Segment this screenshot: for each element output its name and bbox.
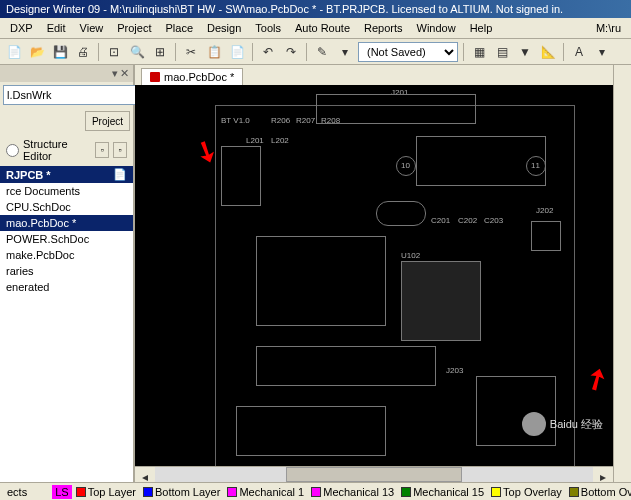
grid-icon[interactable]: ▦ xyxy=(469,42,489,62)
layer-mech13[interactable]: Mechanical 13 xyxy=(308,485,397,499)
dropdown-icon[interactable]: ▾ xyxy=(335,42,355,62)
comp-oval xyxy=(376,201,426,226)
menu-place[interactable]: Place xyxy=(160,20,200,36)
text-icon[interactable]: A xyxy=(569,42,589,62)
menu-dxp[interactable]: DXP xyxy=(4,20,39,36)
des-r208: R208 xyxy=(321,116,340,125)
des-l202: L202 xyxy=(271,136,289,145)
des-j203: J203 xyxy=(446,366,463,375)
layer-sw-bottomoverlay xyxy=(569,487,579,497)
menu-design[interactable]: Design xyxy=(201,20,247,36)
pin-icon[interactable]: ▾ xyxy=(112,67,118,80)
comp-left-block xyxy=(221,146,261,206)
pcb-canvas[interactable]: ➘ ➚ BT V1.0 J201 10 11 R206 R207 R208 L2… xyxy=(135,85,613,466)
layer-topoverlay[interactable]: Top Overlay xyxy=(488,485,565,499)
print-icon[interactable]: 🖨 xyxy=(73,42,93,62)
tree-mao-pcbdoc[interactable]: mao.PcbDoc * xyxy=(0,215,133,231)
layer-bottomoverlay[interactable]: Bottom Overlay xyxy=(566,485,631,499)
redo-icon[interactable]: ↷ xyxy=(281,42,301,62)
comp-cap-10: 10 xyxy=(396,156,416,176)
layer-mech15-label: Mechanical 15 xyxy=(413,486,484,498)
tree-opt1-icon[interactable]: ▫ xyxy=(95,142,109,158)
saved-select[interactable]: (Not Saved) xyxy=(358,42,458,62)
more-icon[interactable]: ▾ xyxy=(592,42,612,62)
des-r206: R206 xyxy=(271,116,290,125)
menu-tools[interactable]: Tools xyxy=(249,20,287,36)
menu-help[interactable]: Help xyxy=(464,20,499,36)
layer-mech15[interactable]: Mechanical 15 xyxy=(398,485,487,499)
menu-project[interactable]: Project xyxy=(111,20,157,36)
menu-edit[interactable]: Edit xyxy=(41,20,72,36)
des-c203: C203 xyxy=(484,216,503,225)
cut-icon[interactable]: ✂ xyxy=(181,42,201,62)
right-toolstrip[interactable] xyxy=(613,65,631,482)
projects-tab-bottom[interactable]: ects xyxy=(4,485,30,499)
layer-icon[interactable]: ▤ xyxy=(492,42,512,62)
menu-window[interactable]: Window xyxy=(411,20,462,36)
layer-bottom[interactable]: Bottom Layer xyxy=(140,485,223,499)
tree-make-pcbdoc[interactable]: make.PcbDoc xyxy=(0,247,133,263)
layer-bottom-label: Bottom Layer xyxy=(155,486,220,498)
layer-sw-topoverlay xyxy=(491,487,501,497)
des-j202: J202 xyxy=(536,206,553,215)
des-r207: R207 xyxy=(296,116,315,125)
des-10: 10 xyxy=(401,161,410,170)
menu-view[interactable]: View xyxy=(74,20,110,36)
layer-sw-mech13 xyxy=(311,487,321,497)
tree-source-docs[interactable]: rce Documents xyxy=(0,183,133,199)
tree-libraries[interactable]: raries xyxy=(0,263,133,279)
content-area: mao.PcbDoc * ➘ ➚ BT V1.0 J201 10 11 R206… xyxy=(135,65,613,482)
layer-mech1[interactable]: Mechanical 1 xyxy=(224,485,307,499)
tree-cpu-schdoc[interactable]: CPU.SchDoc xyxy=(0,199,133,215)
tree-power-schdoc[interactable]: POWER.SchDoc xyxy=(0,231,133,247)
layer-top-label: Top Layer xyxy=(88,486,136,498)
layer-top[interactable]: Top Layer xyxy=(73,485,139,499)
status-bar: ects LS Top Layer Bottom Layer Mechanica… xyxy=(0,482,631,500)
comp-cap-11: 11 xyxy=(526,156,546,176)
zoom-area-icon[interactable]: 🔍 xyxy=(127,42,147,62)
measure-icon[interactable]: 📐 xyxy=(538,42,558,62)
doc-icon: 📄 xyxy=(113,168,127,181)
new-icon[interactable]: 📄 xyxy=(4,42,24,62)
board-rev-text: BT V1.0 xyxy=(221,116,250,125)
tree-generated[interactable]: enerated xyxy=(0,279,133,295)
scroll-left-icon[interactable]: ◂ xyxy=(135,467,155,482)
title-bar: Designer Winter 09 - M:\ruilinqiushi\BT … xyxy=(0,0,631,18)
open-icon[interactable]: 📂 xyxy=(27,42,47,62)
structure-editor-label: Structure Editor xyxy=(23,138,87,162)
menu-path: M:\ru xyxy=(590,20,627,36)
project-tree[interactable]: rce Documents CPU.SchDoc mao.PcbDoc * PO… xyxy=(0,183,133,482)
des-c201: C201 xyxy=(431,216,450,225)
ls-tag[interactable]: LS xyxy=(52,485,71,499)
horizontal-scrollbar[interactable]: ◂ ▸ xyxy=(135,466,613,482)
layer-mech1-label: Mechanical 1 xyxy=(239,486,304,498)
comp-bl-block xyxy=(236,406,386,456)
scroll-right-icon[interactable]: ▸ xyxy=(593,467,613,482)
filter-icon[interactable]: ▼ xyxy=(515,42,535,62)
workspace-input[interactable] xyxy=(3,85,149,105)
copy-icon[interactable]: 📋 xyxy=(204,42,224,62)
project-button[interactable]: Project xyxy=(85,111,130,131)
save-icon[interactable]: 💾 xyxy=(50,42,70,62)
zoom-select-icon[interactable]: ⊞ xyxy=(150,42,170,62)
structure-editor-radio[interactable] xyxy=(6,144,19,157)
layer-sw-top xyxy=(76,487,86,497)
document-tabs: mao.PcbDoc * xyxy=(135,65,613,85)
pencil-icon[interactable]: ✎ xyxy=(312,42,332,62)
projects-panel: ▾ ✕ Workspace Project Structure Editor ▫… xyxy=(0,65,135,482)
close-panel-icon[interactable]: ✕ xyxy=(120,67,129,80)
tree-opt2-icon[interactable]: ▫ xyxy=(113,142,127,158)
menu-reports[interactable]: Reports xyxy=(358,20,409,36)
scroll-thumb[interactable] xyxy=(286,467,461,482)
paw-icon xyxy=(522,412,546,436)
doc-tab-mao[interactable]: mao.PcbDoc * xyxy=(141,68,243,85)
des-l201: L201 xyxy=(246,136,264,145)
paste-icon[interactable]: 📄 xyxy=(227,42,247,62)
undo-icon[interactable]: ↶ xyxy=(258,42,278,62)
layer-topoverlay-label: Top Overlay xyxy=(503,486,562,498)
zoom-fit-icon[interactable]: ⊡ xyxy=(104,42,124,62)
panel-header: ▾ ✕ xyxy=(0,65,133,82)
layer-sw-bottom xyxy=(143,487,153,497)
menu-autoroute[interactable]: Auto Route xyxy=(289,20,356,36)
project-header[interactable]: RJPCB * 📄 xyxy=(0,166,133,183)
